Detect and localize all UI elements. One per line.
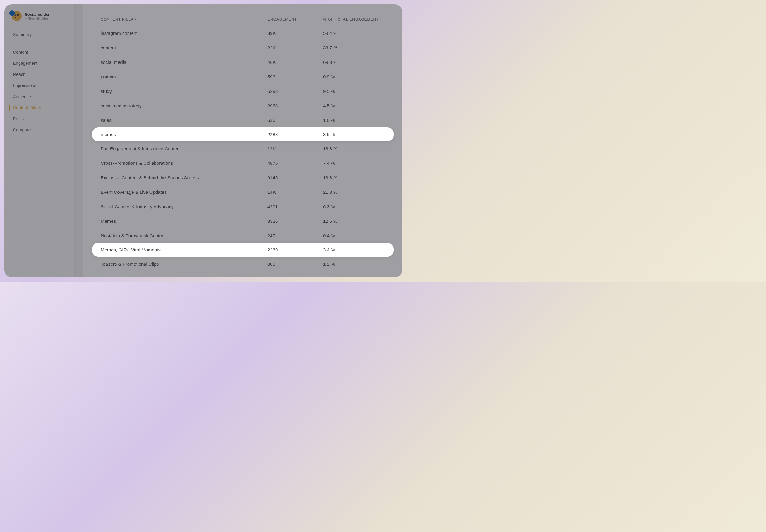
table-header: CONTENT PILLAR ENGAGEMENT % OF TOTAL ENG… <box>101 13 385 26</box>
table-row[interactable]: Social Causes & Industry Advocacy42016.3… <box>101 199 385 214</box>
sidebar-item-label: Impressions <box>13 83 36 88</box>
table-row[interactable]: Fan Engagement & Interactive Content12K1… <box>101 141 385 156</box>
profile-text: Socialinsider in /Socialinsider <box>25 12 50 20</box>
table-row[interactable]: content22K33.7 % <box>101 40 385 55</box>
sidebar-item-content[interactable]: Content <box>4 47 74 58</box>
cell-percent: 1.0 % <box>323 118 385 123</box>
content-spacer <box>75 4 83 277</box>
cell-content-pillar: Nostalgia & Throwback Content <box>101 233 268 238</box>
cell-content-pillar: Event Coverage & Live Updates <box>101 189 268 195</box>
linkedin-small-icon: in <box>25 17 27 20</box>
svg-point-0 <box>15 15 16 16</box>
header-content-pillar: CONTENT PILLAR <box>101 17 268 22</box>
cell-engagement: 4201 <box>268 204 323 209</box>
cell-percent: 12.6 % <box>323 218 385 224</box>
cell-content-pillar: Memes, GIFs, Viral Moments <box>101 247 268 252</box>
sidebar-item-label: Engagement <box>13 61 37 66</box>
cell-percent: 9.5 % <box>323 89 385 94</box>
table-row[interactable]: study62939.5 % <box>101 84 385 98</box>
table-row[interactable]: Memes, GIFs, Viral Moments22693.4 % <box>92 243 393 257</box>
cell-percent: 18.3 % <box>323 146 385 151</box>
profile-handle-text: /Socialinsider <box>28 17 48 20</box>
profile-header[interactable]: in Socialinsider in /Socialinsider <box>4 10 74 28</box>
cell-content-pillar: Exclusive Content & Behind-the-Scenes Ac… <box>101 175 268 180</box>
main-content: CONTENT PILLAR ENGAGEMENT % OF TOTAL ENG… <box>83 4 402 277</box>
cell-engagement: 247 <box>268 233 323 238</box>
table-row[interactable]: podcast5930.9 % <box>101 69 385 84</box>
sidebar-item-compare[interactable]: Compare <box>4 124 74 135</box>
sidebar-item-impressions[interactable]: Impressions <box>4 80 74 91</box>
table-row[interactable]: Nostalgia & Throwback Content2470.4 % <box>101 228 385 243</box>
sidebar-item-label: Posts <box>13 116 24 121</box>
cell-content-pillar: social media <box>101 60 268 65</box>
cell-percent: 0.4 % <box>323 233 385 238</box>
cell-engagement: 4875 <box>268 160 323 166</box>
sidebar-item-content-pillars[interactable]: Content Pillars <box>4 102 74 113</box>
cell-percent: 0.9 % <box>323 74 385 79</box>
cell-percent: 33.7 % <box>323 45 385 50</box>
profile-avatar-group: in <box>9 10 22 22</box>
sidebar-item-label: Content <box>13 50 28 55</box>
svg-rect-1 <box>17 14 19 16</box>
cell-content-pillar: Social Causes & Industry Advocacy <box>101 204 268 209</box>
cell-percent: 13.8 % <box>323 175 385 180</box>
sidebar-item-label: Compare <box>13 127 31 132</box>
table-row[interactable]: Memes832612.6 % <box>101 214 385 228</box>
linkedin-badge-icon: in <box>9 10 15 16</box>
cell-engagement: 2968 <box>268 103 323 108</box>
cell-percent: 3.5 % <box>323 132 385 137</box>
sidebar-divider <box>13 44 66 44</box>
cell-content-pillar: instagram content <box>101 31 268 36</box>
cell-percent: 4.5 % <box>323 103 385 108</box>
cell-engagement: 6293 <box>268 89 323 94</box>
cell-content-pillar: memes <box>101 132 268 137</box>
table-row[interactable]: sales6361.0 % <box>101 113 385 127</box>
sidebar-item-label: Summary <box>13 32 31 37</box>
cell-percent: 1.2 % <box>323 261 385 267</box>
cell-engagement: 46K <box>268 60 323 65</box>
table-row[interactable]: Cross-Promotions & Collaborations48757.4… <box>101 156 385 170</box>
cell-content-pillar: Teasers & Promotional Clips <box>101 261 268 267</box>
table-row[interactable]: Event Coverage & Live Updates14K21.3 % <box>101 185 385 199</box>
sidebar-item-summary[interactable]: Summary <box>4 28 74 41</box>
cell-percent: 3.4 % <box>323 247 385 252</box>
svg-rect-2 <box>15 17 16 18</box>
sidebar-item-reach[interactable]: Reach <box>4 69 74 80</box>
sidebar-item-posts[interactable]: Posts <box>4 113 74 124</box>
sidebar: in Socialinsider in /Socialinsider Su <box>4 4 75 277</box>
sidebar-item-engagement[interactable]: Engagement <box>4 58 74 69</box>
cell-engagement: 2269 <box>268 247 323 252</box>
table-row[interactable]: Exclusive Content & Behind-the-Scenes Ac… <box>101 170 385 185</box>
cell-engagement: 22K <box>268 45 323 50</box>
sidebar-item-label: Reach <box>13 72 25 77</box>
table-row[interactable]: Teasers & Promotional Clips8031.2 % <box>101 257 385 271</box>
cell-content-pillar: socialmediastrategy <box>101 103 268 108</box>
cell-percent: 58.4 % <box>323 31 385 36</box>
cell-engagement: 2288 <box>268 132 323 137</box>
cell-engagement: 39K <box>268 31 323 36</box>
cell-percent: 6.3 % <box>323 204 385 209</box>
cell-engagement: 803 <box>268 261 323 267</box>
cell-engagement: 14K <box>268 189 323 195</box>
sidebar-item-audience[interactable]: Audience <box>4 91 74 102</box>
table-row[interactable]: memes22883.5 % <box>92 127 393 141</box>
cell-engagement: 9145 <box>268 175 323 180</box>
cell-content-pillar: Memes <box>101 218 268 224</box>
app-window: in Socialinsider in /Socialinsider Su <box>4 4 402 277</box>
cell-engagement: 593 <box>268 74 323 79</box>
cell-percent: 7.4 % <box>323 160 385 166</box>
table-row[interactable]: social media46K69.3 % <box>101 55 385 69</box>
cell-content-pillar: sales <box>101 118 268 123</box>
sidebar-item-label: Audience <box>13 94 31 99</box>
cell-percent: 21.3 % <box>323 189 385 195</box>
sidebar-item-label: Content Pillars <box>13 105 41 110</box>
table-row[interactable]: instagram content39K58.4 % <box>101 26 385 40</box>
cell-percent: 69.3 % <box>323 60 385 65</box>
cell-content-pillar: study <box>101 89 268 94</box>
cell-content-pillar: content <box>101 45 268 50</box>
cell-content-pillar: podcast <box>101 74 268 79</box>
profile-handle: in /Socialinsider <box>25 17 50 20</box>
table-row[interactable]: socialmediastrategy29684.5 % <box>101 98 385 113</box>
cell-engagement: 8326 <box>268 218 323 224</box>
header-engagement: ENGAGEMENT <box>268 17 323 22</box>
